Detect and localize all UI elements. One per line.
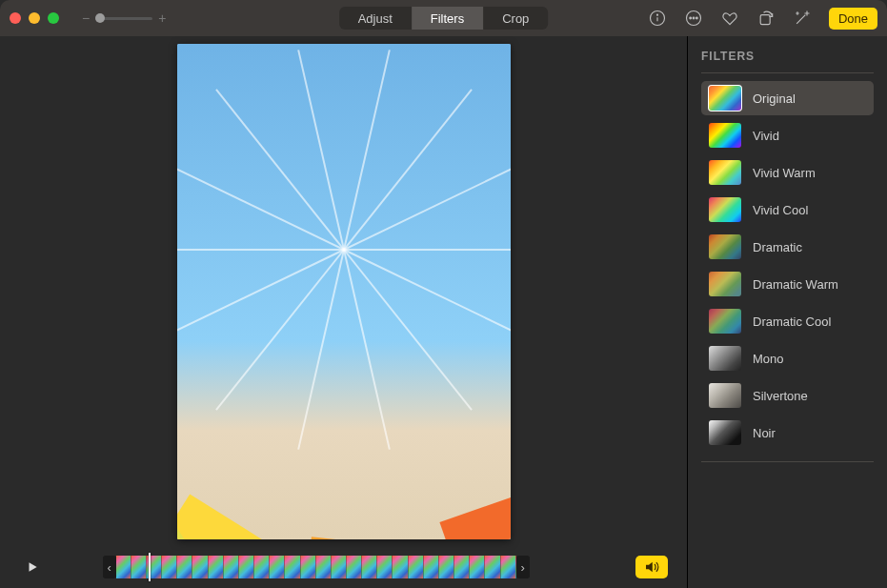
filters-list: OriginalVividVivid WarmVivid CoolDramati… [701,81,874,450]
filter-item-dramatic-cool[interactable]: Dramatic Cool [701,304,874,338]
filter-thumb [709,272,741,296]
timeline-frame[interactable] [254,556,270,578]
video-timeline[interactable]: ‹ › [103,556,530,578]
filter-label: Vivid Warm [753,166,816,180]
timeline-row: ‹ › [0,556,687,578]
timeline-frame[interactable] [454,556,470,578]
zoom-slider[interactable]: − + [82,10,166,26]
svg-point-6 [695,17,697,19]
done-button[interactable]: Done [829,8,877,30]
filter-thumb [709,197,741,222]
filter-label: Dramatic Cool [753,314,831,329]
filter-item-original[interactable]: Original [701,81,874,115]
timeline-frame[interactable] [192,556,208,578]
trim-start-handle[interactable]: ‹ [103,556,116,578]
filter-label: Vivid [753,129,779,143]
timeline-frame[interactable] [377,556,393,578]
timeline-frame[interactable] [239,556,254,578]
filter-thumb [709,420,741,445]
timeline-frame[interactable] [409,556,424,578]
traffic-lights [10,12,59,24]
svg-rect-7 [760,15,770,25]
edited-photo[interactable] [177,44,511,539]
filter-thumb [709,309,741,334]
svg-point-4 [690,17,692,19]
timeline-frame[interactable] [224,556,239,578]
more-icon[interactable] [684,9,703,28]
filter-thumb [709,86,741,111]
filters-heading: FILTERS [701,50,874,63]
timeline-frame[interactable] [347,556,362,578]
favorite-icon[interactable] [720,9,739,28]
filter-item-noir[interactable]: Noir [701,416,874,450]
divider [701,72,874,73]
timeline-frame[interactable] [501,556,516,578]
minimize-window-button[interactable] [29,12,40,24]
filter-thumb [709,160,741,185]
timeline-frame[interactable] [209,556,224,578]
divider [701,461,874,462]
filter-label: Vivid Cool [753,203,808,217]
filter-item-mono[interactable]: Mono [701,341,874,375]
play-button[interactable] [19,558,46,577]
close-window-button[interactable] [10,12,21,24]
svg-point-5 [693,17,695,19]
window-toolbar: − + Adjust Filters Crop Done [0,0,887,36]
filter-thumb [709,123,741,148]
zoom-out-icon: − [82,10,90,26]
filter-item-vivid[interactable]: Vivid [701,118,874,152]
timeline-frame[interactable] [116,556,131,578]
filter-label: Mono [753,352,784,366]
filter-label: Original [753,91,796,106]
filter-label: Dramatic Warm [753,277,838,292]
timeline-frame[interactable] [485,556,500,578]
maximize-window-button[interactable] [48,12,59,24]
editor-stage: ‹ › [0,36,687,588]
timeline-frame[interactable] [131,556,147,578]
timeline-frames[interactable] [116,556,516,578]
enhance-icon[interactable] [793,9,812,28]
playhead[interactable] [149,553,151,581]
timeline-frame[interactable] [470,556,485,578]
filter-item-dramatic[interactable]: Dramatic [701,230,874,264]
filter-label: Silvertone [753,389,808,403]
timeline-frame[interactable] [362,556,377,578]
timeline-frame[interactable] [285,556,300,578]
filter-item-silvertone[interactable]: Silvertone [701,378,874,413]
filters-panel: FILTERS OriginalVividVivid WarmVivid Coo… [687,36,887,588]
timeline-frame[interactable] [177,556,192,578]
timeline-frame[interactable] [316,556,332,578]
info-icon[interactable] [648,9,667,28]
rotate-icon[interactable] [756,9,776,28]
timeline-frame[interactable] [270,556,285,578]
content-area: ‹ › FILTERS OriginalVividVivid WarmVivid… [0,36,887,588]
filter-thumb [709,383,741,408]
timeline-frame[interactable] [332,556,347,578]
filter-thumb [709,346,741,371]
timeline-frame[interactable] [162,556,177,578]
toolbar-right-actions: Done [648,8,877,30]
trim-end-handle[interactable]: › [516,556,530,578]
filter-item-dramatic-warm[interactable]: Dramatic Warm [701,267,874,301]
timeline-frame[interactable] [424,556,439,578]
svg-point-2 [656,14,657,15]
timeline-frame[interactable] [393,556,408,578]
zoom-in-icon: + [158,10,166,26]
edit-tabs: Adjust Filters Crop [339,7,549,30]
filter-item-vivid-cool[interactable]: Vivid Cool [701,193,874,227]
filter-thumb [709,234,741,259]
timeline-frame[interactable] [301,556,316,578]
volume-button[interactable] [635,556,668,578]
filter-label: Dramatic [753,240,802,254]
zoom-knob[interactable] [95,13,105,23]
tab-adjust[interactable]: Adjust [339,7,412,30]
filter-label: Noir [753,426,776,440]
zoom-track[interactable] [95,17,152,20]
filter-item-vivid-warm[interactable]: Vivid Warm [701,155,874,190]
tab-crop[interactable]: Crop [483,7,548,30]
timeline-frame[interactable] [439,556,454,578]
tab-filters[interactable]: Filters [412,7,483,30]
